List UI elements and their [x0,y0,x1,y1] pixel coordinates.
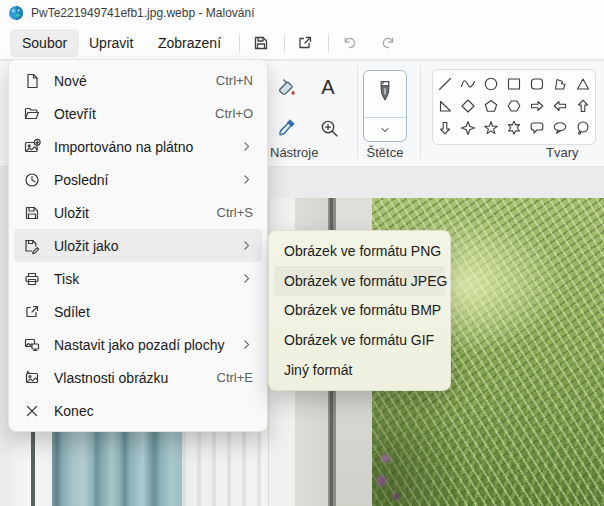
image-properties-icon [23,369,41,387]
shape-oval[interactable] [480,73,502,95]
menu-item-nove[interactable]: Nové Ctrl+N [14,64,262,97]
undo-button[interactable] [334,29,366,57]
chevron-right-icon [240,338,253,351]
menu-zobrazeni[interactable]: Zobrazení [146,29,233,57]
menu-item-tisk[interactable]: Tisk [14,262,262,295]
new-file-icon [23,72,41,90]
shape-diamond[interactable] [457,95,479,117]
submenu-item-png[interactable]: Obrázek ve formátu PNG [274,236,445,266]
magnifier-icon [319,118,340,139]
divider [239,34,240,52]
diamond-shape-icon [460,98,476,114]
submenu-item-jpeg[interactable]: Obrázek ve formátu JPEG [274,266,445,296]
titlebar: PwTe221949741efb1.jpg.webp - Malování [0,0,604,26]
menu-item-ulozit-jako[interactable]: Uložit jako [14,229,262,262]
callout-oval-shape-icon [552,120,568,136]
shapes-gallery [432,69,596,145]
magnifier-tool-button[interactable] [317,116,341,140]
menu-item-vlastnosti-obrazku[interactable]: Vlastnosti obrázku Ctrl+E [14,361,262,394]
divider [357,66,358,158]
shape-star-6[interactable] [503,117,525,139]
eyedropper-tool-button[interactable] [274,115,298,139]
shape-star-4[interactable] [457,117,479,139]
menu-item-label: Uložit jako [54,238,227,254]
submenu-item-jiny-format[interactable]: Jiný formát [274,355,445,385]
save-button[interactable] [245,29,277,57]
arrow-up-shape-icon [575,98,591,114]
paint-window: PwTe221949741efb1.jpg.webp - Malování So… [0,0,604,506]
shape-right-triangle[interactable] [434,95,456,117]
shape-curve[interactable] [457,73,479,95]
menu-upravit[interactable]: Upravit [77,29,145,57]
hexagon-shape-icon [506,98,522,114]
shape-scribble[interactable] [457,139,479,145]
shape-rectangle[interactable] [503,73,525,95]
redo-button[interactable] [372,29,404,57]
menu-item-label: Importováno na plátno [54,139,227,155]
shape-rounded-rectangle[interactable] [526,73,548,95]
menu-item-nastavit-jako-pozadi-plochy[interactable]: Nastavit jako pozadí plochy [14,328,262,361]
shapes-group-label: Tvary [546,145,579,160]
window-title: PwTe221949741efb1.jpg.webp - Malování [31,6,255,20]
shape-line[interactable] [434,73,456,95]
desktop-background-icon [23,336,41,354]
shape-star-5[interactable] [480,117,502,139]
callout-round-shape-icon [575,120,591,136]
divider [420,66,421,158]
save-as-submenu: Obrázek ve formátu PNG Obrázek ve formát… [268,230,451,391]
shape-callout-rounded[interactable] [526,117,548,139]
menu-item-otevrit[interactable]: Otevřít Ctrl+O [14,97,262,130]
menu-item-label: Konec [54,403,253,419]
menu-item-ulozit[interactable]: Uložit Ctrl+S [14,196,262,229]
brushes-dropdown[interactable] [364,117,406,141]
menu-item-konec[interactable]: Konec [14,394,262,427]
menu-item-label: Sdílet [54,304,253,320]
share-button[interactable] [289,29,321,57]
menu-item-importovano-na-platno[interactable]: Importováno na plátno [14,130,262,163]
open-folder-icon [23,105,41,123]
arrow-left-shape-icon [552,98,568,114]
divider [284,34,285,52]
menu-item-label: Tisk [54,271,227,287]
paint-app-icon [8,5,24,21]
shape-arrow-left[interactable] [549,95,571,117]
star-5-shape-icon [483,120,499,136]
menu-item-label: Uložit [54,205,204,221]
menu-item-label: Nové [54,73,203,89]
menu-item-posledni[interactable]: Poslední [14,163,262,196]
share-icon [23,303,41,321]
submenu-item-bmp[interactable]: Obrázek ve formátu BMP [274,296,445,326]
oval-shape-icon [483,76,499,92]
text-tool-button[interactable]: A [316,75,340,99]
shape-hexagon[interactable] [503,95,525,117]
cloud-shape-icon [437,142,453,145]
redo-icon [379,34,397,52]
rectangle-shape-icon [506,76,522,92]
close-icon [23,402,41,420]
shape-arrow-right[interactable] [526,95,548,117]
menu-item-label: Otevřít [54,106,202,122]
shape-cloud[interactable] [434,139,456,145]
shape-callout-oval[interactable] [549,117,571,139]
printer-icon [23,270,41,288]
fill-icon [276,78,297,99]
file-menu: Nové Ctrl+N Otevřít Ctrl+O Importováno n… [8,59,268,432]
callout-rounded-shape-icon [529,120,545,136]
menu-item-shortcut: Ctrl+S [217,205,253,220]
line-shape-icon [437,76,453,92]
fill-tool-button[interactable] [274,76,298,100]
shape-polygon[interactable] [549,73,571,95]
shape-arrow-down[interactable] [434,117,456,139]
menubar: Soubor Upravit Zobrazení [0,26,604,60]
shape-callout-round[interactable] [572,117,594,139]
undo-icon [341,34,359,52]
shape-triangle[interactable] [572,73,594,95]
chevron-right-icon [240,239,253,252]
shape-arrow-up[interactable] [572,95,594,117]
brushes-button[interactable] [363,70,407,142]
pentagon-shape-icon [483,98,499,114]
menu-soubor[interactable]: Soubor [10,29,79,57]
menu-item-sdilet[interactable]: Sdílet [14,295,262,328]
submenu-item-gif[interactable]: Obrázek ve formátu GIF [274,325,445,355]
shape-pentagon[interactable] [480,95,502,117]
